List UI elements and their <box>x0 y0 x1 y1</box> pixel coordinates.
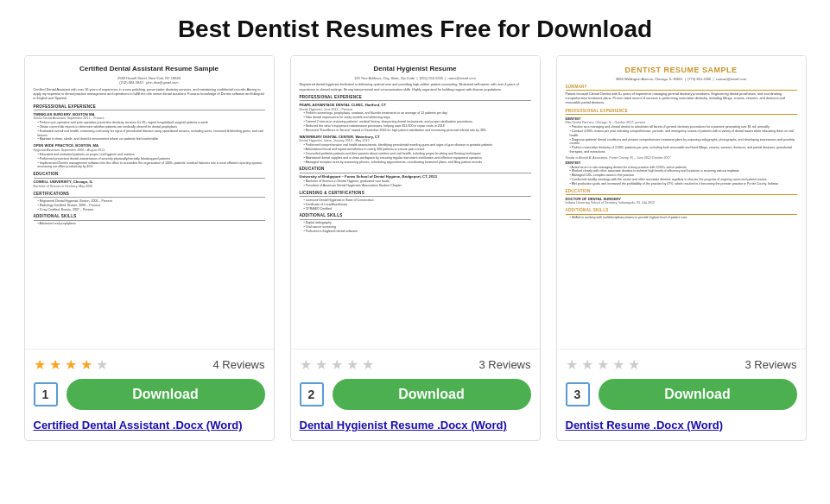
card-1-number-badge: 1 <box>34 382 58 406</box>
card-2-sec-edu: EDUCATION <box>300 167 531 173</box>
card-2-edu: University of Bridgeport – Fones School … <box>300 174 531 187</box>
card-3-footer: ★ ★ ★ ★ ★ 3 Reviews 3 Download <box>557 350 806 415</box>
card-2-star-3: ★ <box>331 356 343 373</box>
card-1-job-1: TWINKLES SURGERY, BOSTON MA Senior Denta… <box>34 112 265 142</box>
card-3-sec-summary: SUMMARY <box>566 85 797 91</box>
card-1: Certified Dental Assistant Resume Sample… <box>24 55 275 441</box>
card-1-download-row: 1 Download <box>34 379 265 410</box>
card-2-star-1: ★ <box>300 356 312 373</box>
card-3-number-badge: 3 <box>566 382 590 406</box>
card-3-download-row: 3 Download <box>566 379 797 410</box>
card-2-job-2: WATERBURY DENTAL CENTER, Waterbury, CT D… <box>300 135 531 165</box>
card-2-stars-row: ★ ★ ★ ★ ★ 3 Reviews <box>300 356 531 373</box>
page-title: Best Dentist Resumes Free for Download <box>0 0 830 55</box>
card-1-cert-3: X-ray Certified, Boston, 2007 – Present <box>34 208 265 212</box>
card-3-star-4: ★ <box>612 356 624 373</box>
card-2-preview: Dental Hygienist Resume 123 Your Address… <box>291 56 540 350</box>
card-2-number-badge: 2 <box>300 382 324 406</box>
card-2-link[interactable]: Dental Hygienist Resume .Docx (Word) <box>291 415 540 440</box>
card-1-sec-skills: ADDITIONAL SKILLS <box>34 214 265 221</box>
card-1-sec-cert: CERTIFICATIONS <box>34 192 265 198</box>
card-3-sec-skills: ADDITIONAL SKILLS <box>566 208 797 215</box>
card-2-download-button[interactable]: Download <box>333 379 531 410</box>
card-3-download-button[interactable]: Download <box>599 379 797 410</box>
card-2-cert-3: CPR/AED Certified <box>300 207 531 211</box>
card-1-skill-1: Advanced oral prophylaxis <box>34 222 265 226</box>
card-1-download-button[interactable]: Download <box>67 379 265 410</box>
card-3-resume-contact: 3865 Wellington Avenue, Chicago, IL 6065… <box>566 77 797 81</box>
card-2-star-5: ★ <box>362 356 374 373</box>
card-2-skill-3: Proficient in Eaglesoft dental software <box>300 230 531 234</box>
card-2-resume-title: Dental Hygienist Resume <box>300 65 531 74</box>
card-2-footer: ★ ★ ★ ★ ★ 3 Reviews 2 Download <box>291 350 540 415</box>
card-2-download-row: 2 Download <box>300 379 531 410</box>
card-3-stars-row: ★ ★ ★ ★ ★ 3 Reviews <box>566 356 797 373</box>
card-1-star-3: ★ <box>65 356 77 373</box>
card-1-sec-exp: PROFESSIONAL EXPERIENCE <box>34 104 265 111</box>
card-1-stars-row: ★ ★ ★ ★ ★ 4 Reviews <box>34 356 265 373</box>
card-3-star-3: ★ <box>597 356 609 373</box>
card-3-link[interactable]: Dentist Resume .Docx (Word) <box>557 415 806 440</box>
card-1-resume-title: Certified Dental Assistant Resume Sample <box>34 65 265 74</box>
card-2-sec-cert: LICENSING & CERTIFICATIONS <box>300 191 531 198</box>
card-2: Dental Hygienist Resume 123 Your Address… <box>290 55 541 441</box>
card-1-footer: ★ ★ ★ ★ ★ 4 Reviews 1 Download <box>25 350 274 415</box>
card-3-star-2: ★ <box>581 356 593 373</box>
card-3-star-1: ★ <box>566 356 578 373</box>
card-3-skill-1: Skilled in working with multidisciplinar… <box>566 216 797 220</box>
card-1-intro: Certified Dental Assistant with over 10 … <box>34 88 265 102</box>
card-3-sec-edu: EDUCATION <box>566 189 797 196</box>
card-1-star-1: ★ <box>34 356 46 373</box>
card-1-star-2: ★ <box>49 356 61 373</box>
card-1-preview: Certified Dental Assistant Resume Sample… <box>25 56 274 350</box>
card-2-reviews: 3 Reviews <box>479 358 531 371</box>
card-2-job-1: PEARL ADVANTAGE DENTAL CLINIC, Hartford,… <box>300 103 531 133</box>
cards-container: Certified Dental Assistant Resume Sample… <box>0 55 830 450</box>
card-2-resume-contact: 123 Your Address, City, State, Zip Code … <box>300 76 531 80</box>
card-2-star-2: ★ <box>315 356 327 373</box>
card-2-intro: Registered dental hygienist dedicated to… <box>300 83 531 92</box>
card-1-resume-contact: 2580 Howell Street, New York, NY 10843(2… <box>34 76 265 85</box>
card-3: DENTIST RESUME SAMPLE 3865 Wellington Av… <box>556 55 807 441</box>
card-3-reviews: 3 Reviews <box>745 358 797 371</box>
card-1-star-4: ★ <box>80 356 92 373</box>
card-1-reviews: 4 Reviews <box>213 358 265 371</box>
card-3-edu: DOCTOR OF DENTAL SURGERY Indiana Univers… <box>566 197 797 206</box>
card-3-preview: DENTIST RESUME SAMPLE 3865 Wellington Av… <box>557 56 806 350</box>
card-3-intro: Patient-focused Clinical Dentist with 8+… <box>566 92 797 106</box>
card-3-star-5: ★ <box>628 356 640 373</box>
card-1-job-2: OPEN WIDE PRACTICE, BOSTON, MA Hygienist… <box>34 143 265 169</box>
card-2-sec-skills: ADDITIONAL SKILLS <box>300 213 531 220</box>
card-3-job-2: Similar to Arnold B. Associates, Porter … <box>566 156 797 186</box>
card-3-job-1: DENTIST Elite Dental Partners, Chicago, … <box>566 117 797 154</box>
card-1-star-5: ★ <box>96 356 108 373</box>
card-3-resume-title: DENTIST RESUME SAMPLE <box>566 65 797 75</box>
card-2-sec-exp: PROFESSIONAL EXPERIENCE <box>300 95 531 102</box>
card-1-sec-edu: EDUCATION <box>34 172 265 179</box>
card-1-link[interactable]: Certified Dental Assistant .Docx (Word) <box>25 415 274 440</box>
card-2-star-4: ★ <box>346 356 358 373</box>
card-1-edu: COWELL UNIVERSITY, Chicago, IL Bachelor … <box>34 180 265 189</box>
card-3-sec-exp: PROFESSIONAL EXPERIENCE <box>566 109 797 116</box>
